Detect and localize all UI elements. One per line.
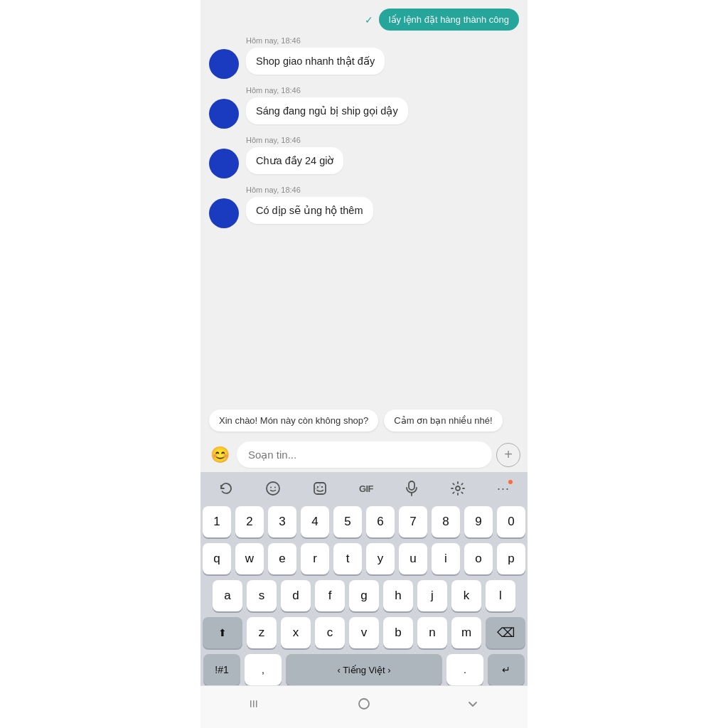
nav-back[interactable] xyxy=(235,693,276,718)
key-d[interactable]: d xyxy=(281,580,311,611)
key-1[interactable]: 1 xyxy=(203,506,231,537)
key-backspace[interactable]: ⌫ xyxy=(486,617,525,648)
msg-bubble-2: Sáng đang ngủ bị ship gọi dậy xyxy=(246,97,408,124)
message-input[interactable] xyxy=(237,441,492,468)
svg-rect-12 xyxy=(359,699,369,709)
msg-time-4: Hôm nay, 18:46 xyxy=(246,186,373,194)
key-z[interactable]: z xyxy=(247,617,277,648)
msg-time-2: Hôm nay, 18:46 xyxy=(246,86,408,95)
key-8[interactable]: 8 xyxy=(432,506,460,537)
key-e[interactable]: e xyxy=(268,543,296,574)
quick-reply-bar: Xin chào! Món này còn không shop? Cảm ơn… xyxy=(200,404,528,437)
key-x[interactable]: x xyxy=(281,617,311,648)
key-u[interactable]: u xyxy=(399,543,427,574)
svg-rect-6 xyxy=(409,481,414,490)
key-l[interactable]: l xyxy=(486,580,515,611)
nav-home[interactable] xyxy=(343,693,385,718)
svg-rect-11 xyxy=(256,700,257,707)
key-v[interactable]: v xyxy=(349,617,379,648)
msg-bubble-4: Có dịp sẽ ủng hộ thêm xyxy=(246,197,373,224)
key-c[interactable]: c xyxy=(315,617,345,648)
key-2[interactable]: 2 xyxy=(235,506,264,537)
key-q[interactable]: q xyxy=(203,543,231,574)
msg-bubble-3: Chưa đầy 24 giờ xyxy=(246,147,343,174)
key-9[interactable]: 9 xyxy=(464,506,493,537)
top-bubble-row: lấy lệnh đặt hàng thành công xyxy=(209,9,519,31)
svg-point-5 xyxy=(321,486,323,488)
msg-time-3: Hôm nay, 18:46 xyxy=(246,136,343,144)
key-7[interactable]: 7 xyxy=(399,506,427,537)
svg-rect-10 xyxy=(253,700,255,707)
msg-bubble-1: Shop giao nhanh thật đấy xyxy=(246,48,385,75)
keyboard-toolbar: GIF ··· xyxy=(200,472,528,503)
key-b[interactable]: b xyxy=(383,617,413,648)
svg-point-1 xyxy=(270,487,272,488)
key-5[interactable]: 5 xyxy=(333,506,362,537)
key-space[interactable]: ‹ Tiếng Việt › xyxy=(286,654,442,685)
key-f[interactable]: f xyxy=(315,580,345,611)
key-k[interactable]: k xyxy=(451,580,481,611)
kb-tool-gif[interactable]: GIF xyxy=(353,481,379,497)
avatar-3 xyxy=(209,149,239,178)
kb-tool-settings[interactable] xyxy=(444,478,471,499)
msg-content-3: Hôm nay, 18:46 Chưa đầy 24 giờ xyxy=(246,136,343,174)
msg-time-1: Hôm nay, 18:46 xyxy=(246,36,385,45)
kb-row-z: ⬆ z x c v b n m ⌫ xyxy=(203,617,525,648)
message-row-4: Hôm nay, 18:46 Có dịp sẽ ủng hộ thêm xyxy=(209,186,519,228)
kb-row-a: a s d f g h j k l xyxy=(203,580,525,611)
key-o[interactable]: o xyxy=(464,543,493,574)
key-j[interactable]: j xyxy=(417,580,447,611)
key-enter[interactable]: ↵ xyxy=(488,654,525,685)
keyboard: 1 2 3 4 5 6 7 8 9 0 q w e r t y u i o p … xyxy=(200,503,528,685)
key-g[interactable]: g xyxy=(349,580,379,611)
svg-point-4 xyxy=(317,486,318,488)
key-period[interactable]: . xyxy=(446,654,483,685)
kb-row-bottom: !#1 , ‹ Tiếng Việt › . ↵ xyxy=(203,654,525,685)
top-bubble: lấy lệnh đặt hàng thành công xyxy=(379,9,519,31)
message-row-1: Hôm nay, 18:46 Shop giao nhanh thật đấy xyxy=(209,36,519,79)
key-comma[interactable]: , xyxy=(245,654,282,685)
key-y[interactable]: y xyxy=(366,543,395,574)
kb-row-q: q w e r t y u i o p xyxy=(203,543,525,574)
message-row-3: Hôm nay, 18:46 Chưa đầy 24 giờ xyxy=(209,136,519,178)
kb-tool-sticker[interactable] xyxy=(306,478,333,499)
kb-row-numbers: 1 2 3 4 5 6 7 8 9 0 xyxy=(203,506,525,537)
svg-point-2 xyxy=(274,487,276,488)
key-shift[interactable]: ⬆ xyxy=(203,617,242,648)
key-h[interactable]: h xyxy=(383,580,413,611)
message-row-2: Hôm nay, 18:46 Sáng đang ngủ bị ship gọi… xyxy=(209,86,519,129)
key-w[interactable]: w xyxy=(235,543,264,574)
key-0[interactable]: 0 xyxy=(497,506,525,537)
key-r[interactable]: r xyxy=(301,543,329,574)
kb-tool-emoji[interactable] xyxy=(259,478,287,499)
emoji-icon: 😊 xyxy=(210,446,230,464)
key-3[interactable]: 3 xyxy=(268,506,296,537)
svg-point-8 xyxy=(456,486,460,491)
emoji-button[interactable]: 😊 xyxy=(208,443,232,467)
key-n[interactable]: n xyxy=(417,617,447,648)
nav-recent[interactable] xyxy=(452,693,493,718)
phone-container: lấy lệnh đặt hàng thành công Hôm nay, 18… xyxy=(200,0,528,728)
quick-reply-btn-2[interactable]: Cảm ơn bạn nhiều nhé! xyxy=(384,410,502,432)
quick-reply-btn-1[interactable]: Xin chào! Món này còn không shop? xyxy=(209,410,378,432)
key-i[interactable]: i xyxy=(432,543,460,574)
key-4[interactable]: 4 xyxy=(301,506,329,537)
key-t[interactable]: t xyxy=(333,543,362,574)
avatar-1 xyxy=(209,49,239,79)
input-bar: 😊 + xyxy=(200,437,528,472)
kb-tool-more[interactable]: ··· xyxy=(491,478,515,499)
msg-content-1: Hôm nay, 18:46 Shop giao nhanh thật đấy xyxy=(246,36,385,75)
kb-tool-redo[interactable] xyxy=(213,478,240,499)
key-s[interactable]: s xyxy=(247,580,277,611)
svg-rect-9 xyxy=(250,700,252,707)
key-symbol[interactable]: !#1 xyxy=(203,654,240,685)
key-a[interactable]: a xyxy=(213,580,242,611)
kb-tool-mic[interactable] xyxy=(399,478,424,499)
top-bubble-text: lấy lệnh đặt hàng thành công xyxy=(389,14,509,25)
nav-bar xyxy=(200,685,528,728)
chat-area: lấy lệnh đặt hàng thành công Hôm nay, 18… xyxy=(200,0,528,404)
key-p[interactable]: p xyxy=(497,543,525,574)
key-m[interactable]: m xyxy=(451,617,481,648)
plus-button[interactable]: + xyxy=(496,443,520,467)
key-6[interactable]: 6 xyxy=(366,506,395,537)
